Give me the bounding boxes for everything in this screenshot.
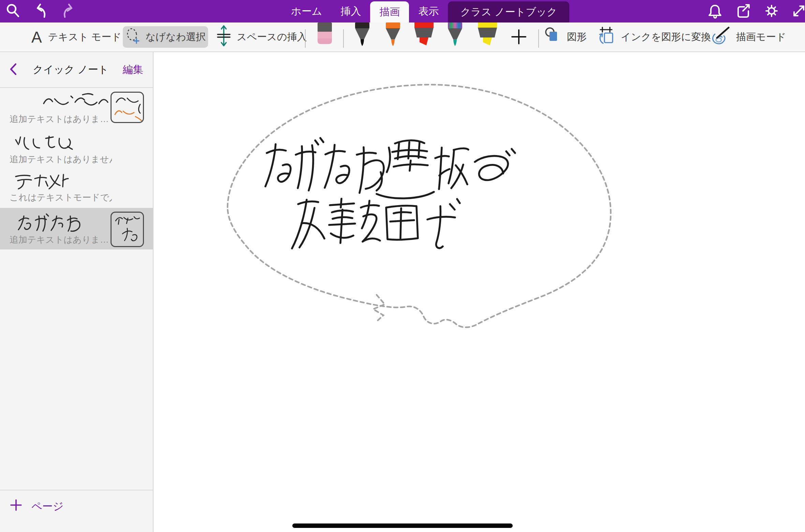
share-icon[interactable] [735,3,752,19]
undo-icon[interactable] [33,3,49,19]
add-page-label: ページ [31,499,63,514]
shapes-label: 図形 [567,30,587,44]
draw-mode-hand-pen-icon [710,27,730,47]
shapes-button[interactable]: 図形 [544,22,587,51]
text-mode-label: テキスト モード [48,30,121,44]
draw-mode-label: 描画モード [736,30,786,44]
insert-space-label: スペースの挿入 [237,30,307,44]
search-icon[interactable] [5,3,21,19]
notebook-section-title: クイック ノート [33,63,109,77]
insert-space-button[interactable]: スペースの挿入 [217,22,307,51]
ink-line-1 [265,138,515,198]
redo-icon[interactable] [60,3,76,19]
shapes-icon [544,27,561,47]
home-indicator-bar [292,523,513,528]
tab-draw[interactable]: 描画 [370,1,409,22]
page-subtitle: 追加テキストはありま… [10,113,112,125]
handwritten-page-title [12,172,70,189]
edit-button[interactable]: 編集 [123,63,143,77]
eraser-tool[interactable] [317,22,332,46]
ribbon-tabs: ホーム 挿入 描画 表示 クラス ノートブック [282,0,569,22]
sidebar-header: クイック ノート 編集 [0,52,153,88]
page-subtitle: 追加テキストはありません [10,153,112,165]
page-subtitle: これはテキストモードで入力し… [10,192,112,203]
tab-insert[interactable]: 挿入 [331,0,370,22]
handwritten-page-title [40,92,111,111]
lasso-select-button[interactable]: なげなわ選択 [123,26,208,48]
ink-to-shape-label: インクを図形に変換 [621,30,711,44]
divider [343,29,344,48]
page-thumbnail [111,92,144,123]
draw-mode-button[interactable]: 描画モード [710,22,786,51]
text-mode-a-icon: A [31,28,42,46]
onenote-app: ホーム 挿入 描画 表示 クラス ノートブック [0,0,805,532]
divider [305,29,306,48]
top-bar: ホーム 挿入 描画 表示 クラス ノートブック [0,0,805,22]
page-subtitle: 追加テキストはありま… [10,234,112,246]
black-pen-tool[interactable] [353,22,371,48]
page-thumbnail [111,212,144,247]
fullscreen-expand-icon[interactable] [791,3,805,19]
ink-to-shape-button[interactable]: インクを図形に変換 [598,22,711,51]
add-page-button[interactable]: ページ [0,490,153,532]
ink-line-2 [292,199,460,248]
insert-space-icon [217,25,231,49]
tab-class-notebook[interactable]: クラス ノートブック [448,1,569,22]
back-chevron-icon[interactable] [10,63,17,77]
red-highlighter-tool[interactable] [413,22,435,48]
lasso-icon [125,27,141,47]
ink-to-shape-icon [598,26,615,48]
lasso-label: なげなわ選択 [146,30,206,44]
notifications-bell-icon[interactable] [707,3,723,19]
lasso-selection-outline [228,85,611,327]
handwritten-page-title [12,134,77,151]
divider [538,29,539,48]
text-mode-button[interactable]: A テキスト モード [31,22,121,51]
page-list-item-text[interactable]: これはテキストモードで入力し… [0,168,153,208]
handwritten-ink-and-lasso [154,52,805,532]
rainbow-pen-tool[interactable] [446,22,464,48]
settings-gear-icon[interactable] [763,3,780,19]
orange-pen-tool[interactable] [384,22,402,48]
page-list-item-eraser[interactable]: 追加テキストはありません [0,130,153,168]
page-list-item-lasso[interactable]: 追加テキストはありま… [0,208,153,249]
draw-ribbon: A テキスト モード なげなわ選択 [0,22,805,52]
tab-view[interactable]: 表示 [409,0,448,22]
add-pen-plus-icon[interactable] [511,29,527,45]
yellow-highlighter-tool[interactable] [477,22,498,48]
handwritten-page-title [14,212,86,232]
page-list-sidebar: クイック ノート 編集 追加テキストはありま… [0,52,153,532]
note-canvas[interactable] [154,52,805,532]
page-list-item-pen-highlighter[interactable]: 追加テキストはありま… [0,88,153,130]
add-page-plus-icon [10,499,22,514]
tab-home[interactable]: ホーム [282,0,331,22]
